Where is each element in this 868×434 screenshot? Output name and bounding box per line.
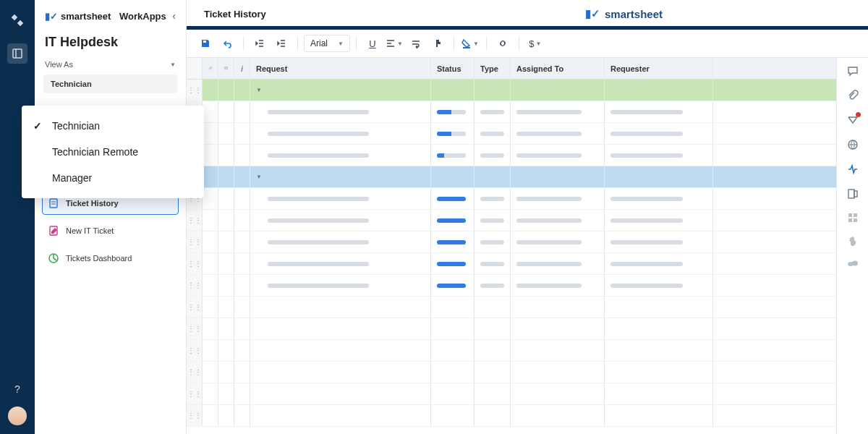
- option-label: Technician: [52, 120, 100, 132]
- svg-rect-10: [463, 47, 470, 48]
- right-rail: [836, 58, 868, 434]
- comment-column-icon[interactable]: [218, 58, 234, 79]
- column-header-row: i Request Status Type Assigned To Reques…: [187, 58, 836, 80]
- sidebar-nav: Ticket HistoryNew IT TicketTickets Dashb…: [35, 187, 186, 278]
- conversations-icon[interactable]: [847, 65, 859, 77]
- table-row[interactable]: ⋮⋮: [187, 210, 836, 231]
- brand-logo: ▮✓ smartsheet WorkApps: [45, 11, 166, 22]
- sidebar-item-new-it-ticket[interactable]: New IT Ticket: [42, 219, 179, 242]
- table-row[interactable]: ⋮⋮▼: [187, 80, 836, 101]
- column-type[interactable]: Type: [475, 58, 511, 79]
- table-row[interactable]: ⋮⋮: [187, 275, 836, 297]
- center-brand-text: smartsheet: [605, 8, 663, 20]
- chevron-down-icon: ▼: [473, 41, 479, 47]
- integration-grid-icon[interactable]: [848, 213, 858, 223]
- user-avatar[interactable]: [8, 407, 27, 425]
- svg-rect-15: [854, 213, 857, 217]
- view-as-option[interactable]: ✓Technician: [22, 113, 204, 139]
- proofs-icon[interactable]: [847, 114, 859, 126]
- chevron-down-icon: ▼: [397, 41, 403, 47]
- svg-rect-17: [854, 218, 857, 222]
- sidebar-item-tickets-dashboard[interactable]: Tickets Dashboard: [42, 247, 179, 270]
- nav-label: New IT Ticket: [66, 226, 114, 235]
- align-button[interactable]: ▼: [384, 34, 404, 53]
- collapse-sidebar-button[interactable]: ‹: [172, 10, 176, 22]
- dashboard-icon: [48, 253, 59, 263]
- svg-rect-0: [12, 14, 17, 20]
- table-row[interactable]: ⋮⋮: [187, 297, 836, 318]
- activity-icon[interactable]: [847, 163, 859, 175]
- chevron-down-icon: ▼: [170, 61, 176, 68]
- fill-color-button[interactable]: ▼: [460, 34, 480, 53]
- toolbar: Arial ▼ U ▼ ▼: [187, 30, 868, 58]
- brand-mark-icon: ▮✓: [585, 7, 600, 20]
- sidebar: ▮✓ smartsheet WorkApps ‹ IT Helpdesk Vie…: [35, 0, 187, 434]
- brand-mark-icon: ▮✓: [45, 11, 58, 22]
- svg-rect-12: [848, 190, 854, 198]
- table-row[interactable]: ⋮⋮▼: [187, 166, 836, 188]
- info-column-icon[interactable]: i: [234, 58, 250, 79]
- svg-point-19: [852, 261, 858, 266]
- view-as-option[interactable]: Technician Remote: [22, 139, 204, 165]
- column-assigned-to[interactable]: Assigned To: [511, 58, 605, 79]
- workapps-icon[interactable]: [7, 43, 27, 64]
- currency-button[interactable]: $ ▼: [525, 34, 545, 53]
- main-panel: Ticket History ▮✓ smartsheet: [187, 0, 868, 434]
- table-row[interactable]: ⋮⋮: [187, 123, 836, 145]
- table-row[interactable]: ⋮⋮: [187, 145, 836, 166]
- expand-icon[interactable]: ▼: [256, 174, 262, 180]
- nav-label: Tickets Dashboard: [66, 254, 132, 263]
- table-row[interactable]: ⋮⋮: [187, 362, 836, 383]
- font-name: Arial: [310, 38, 328, 48]
- view-as-selected[interactable]: Technician: [43, 75, 177, 93]
- check-icon: ✓: [33, 120, 45, 132]
- outdent-button[interactable]: [250, 34, 270, 53]
- view-as-dropdown: ✓TechnicianTechnician RemoteManager: [22, 106, 204, 198]
- sheet-grid[interactable]: i Request Status Type Assigned To Reques…: [187, 58, 836, 434]
- column-requester[interactable]: Requester: [605, 58, 713, 79]
- view-as-option[interactable]: Manager: [22, 165, 204, 191]
- table-row[interactable]: ⋮⋮: [187, 383, 836, 405]
- integration-salesforce-icon[interactable]: [847, 259, 859, 268]
- chevron-down-icon: ▼: [536, 41, 542, 47]
- attachment-column-icon[interactable]: [203, 58, 218, 79]
- undo-button[interactable]: [217, 34, 237, 53]
- global-rail: ?: [0, 0, 35, 434]
- view-as-label-row[interactable]: View As ▼: [35, 60, 186, 75]
- table-row[interactable]: ⋮⋮: [187, 340, 836, 362]
- save-button[interactable]: [195, 34, 216, 53]
- table-row[interactable]: ⋮⋮: [187, 231, 836, 253]
- help-icon[interactable]: ?: [14, 383, 20, 395]
- chevron-down-icon: ▼: [338, 41, 344, 47]
- wrap-button[interactable]: [406, 34, 426, 53]
- publish-icon[interactable]: [847, 139, 859, 150]
- summary-icon[interactable]: [847, 188, 859, 200]
- format-painter-button[interactable]: [427, 34, 448, 53]
- expand-icon[interactable]: ▼: [256, 87, 262, 93]
- column-status[interactable]: Status: [431, 58, 475, 79]
- table-row[interactable]: ⋮⋮: [187, 188, 836, 210]
- attachments-icon[interactable]: [847, 90, 859, 101]
- view-as-label: View As: [45, 60, 73, 69]
- sheet-icon: [48, 198, 59, 208]
- integration-jira-icon[interactable]: [848, 236, 858, 246]
- app-title: IT Helpdesk: [35, 29, 186, 60]
- svg-rect-14: [848, 213, 852, 217]
- svg-rect-13: [854, 191, 857, 197]
- table-row[interactable]: ⋮⋮: [187, 318, 836, 340]
- option-label: Technician Remote: [52, 146, 138, 158]
- underline-button[interactable]: U: [362, 34, 383, 53]
- form-icon: [48, 226, 59, 236]
- apps-icon[interactable]: [10, 13, 25, 27]
- table-row[interactable]: ⋮⋮: [187, 405, 836, 427]
- brand-product: smartsheet: [61, 11, 111, 22]
- table-row[interactable]: ⋮⋮: [187, 253, 836, 275]
- font-selector[interactable]: Arial ▼: [304, 35, 350, 52]
- link-button[interactable]: [493, 34, 513, 53]
- table-row[interactable]: ⋮⋮: [187, 101, 836, 123]
- indent-button[interactable]: [271, 34, 292, 53]
- page-title: Ticket History: [204, 9, 266, 20]
- svg-rect-2: [13, 49, 22, 58]
- column-request[interactable]: Request: [250, 58, 431, 79]
- svg-rect-1: [17, 20, 23, 26]
